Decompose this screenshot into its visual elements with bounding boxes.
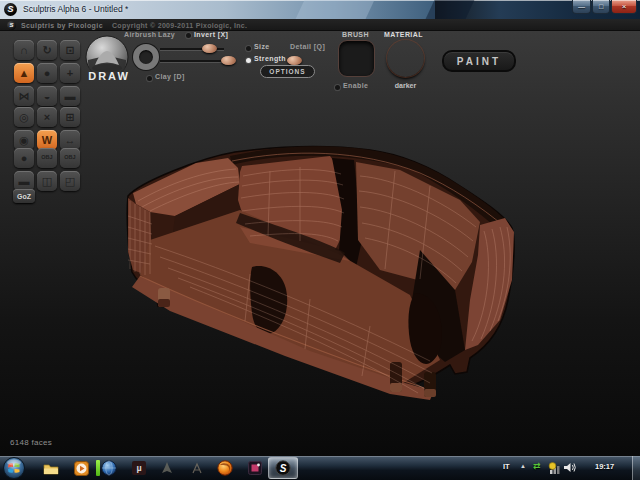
brush-texture-swatch[interactable] [338, 40, 375, 77]
window-title: Sculptris Alpha 6 - Untitled * [23, 4, 128, 14]
clay-toggle[interactable]: Clay [D] [155, 73, 185, 80]
new-plane-button[interactable]: ▬ [14, 171, 34, 191]
media-app-icon [248, 461, 262, 475]
hidden-icons-button[interactable]: ▲ [520, 463, 526, 469]
enable-label: Enable [343, 82, 368, 89]
crease-tool[interactable]: ∩ [14, 40, 34, 60]
utorrent-taskbar-button[interactable]: µ [126, 457, 152, 479]
goz-button[interactable]: GoZ [13, 189, 35, 203]
sculptris-logo-icon: S [7, 21, 16, 30]
copyright-text: Copyright © 2009-2011 Pixologic, Inc. [112, 22, 247, 29]
active-brush-name: DRAW [84, 70, 134, 82]
minimize-button[interactable]: — [572, 0, 591, 14]
media-app-taskbar-button[interactable] [242, 457, 268, 479]
firefox-icon [217, 460, 233, 476]
globe-icon [101, 460, 117, 476]
face-count-status: 6148 faces [10, 438, 52, 447]
flatten-tool[interactable]: ▬ [60, 86, 80, 106]
reduce-brush-tool[interactable]: ◎ [14, 107, 34, 127]
svg-text:S: S [280, 463, 287, 474]
material-mode-label: darker [387, 82, 424, 89]
app-taskbar-button-2[interactable] [184, 457, 210, 479]
rotate-tool[interactable]: ↻ [37, 40, 57, 60]
options-button[interactable]: OPTIONS [260, 65, 315, 78]
clock[interactable]: 19:17 [595, 462, 614, 471]
sculptris-taskbar-button[interactable]: S [268, 457, 298, 479]
scale-tool[interactable]: ⊡ [60, 40, 80, 60]
export-obj-button[interactable]: OBJ [60, 148, 80, 168]
couch-model [0, 31, 640, 456]
invert-toggle[interactable]: Invert [X] [194, 31, 228, 38]
aero-glass-streak-dark [426, 0, 475, 19]
import-obj-button[interactable]: OBJ [37, 148, 57, 168]
network-tray-icon[interactable] [548, 461, 562, 475]
app-icon-dark-2 [190, 461, 204, 475]
wireframe-toggle[interactable]: W [37, 130, 57, 150]
folder-icon [43, 462, 59, 475]
firefox-taskbar-button[interactable] [212, 457, 238, 479]
app-logo-icon: S [4, 3, 17, 16]
app-taskbar-button-1[interactable] [154, 457, 180, 479]
model-viewport[interactable] [0, 31, 640, 456]
material-section-label: MATERIAL [384, 31, 423, 38]
start-button[interactable] [3, 457, 25, 479]
size-slider-handle[interactable] [202, 44, 217, 53]
brand-text: Sculptris by Pixologic [21, 22, 103, 29]
maximize-button[interactable]: □ [592, 0, 610, 14]
play-icon [74, 461, 89, 476]
sculptris-taskbar-icon: S [275, 460, 291, 476]
sculptris-window: S Sculptris Alpha 6 - Untitled * — □ × S… [0, 0, 640, 480]
lazy-toggle[interactable]: Lazy [158, 31, 175, 38]
close-button[interactable]: × [611, 0, 637, 14]
size-radio[interactable] [246, 46, 251, 51]
mask-tool[interactable]: ◉ [14, 130, 34, 150]
strength-radio[interactable] [246, 58, 251, 63]
media-player-taskbar-button[interactable] [68, 457, 94, 479]
download-progress-indicator [96, 460, 100, 476]
subdivide-all-tool[interactable]: ⊞ [60, 107, 80, 127]
open-button[interactable]: ◫ [37, 171, 57, 191]
reduce-selected-tool[interactable]: × [37, 107, 57, 127]
detail-label: Detail [Q] [290, 43, 325, 50]
draw-tool[interactable]: ▲ [14, 63, 34, 83]
airbrush-toggle[interactable]: Airbrush [124, 31, 156, 38]
inflate-tool[interactable]: ● [37, 63, 57, 83]
clay-radio[interactable] [147, 76, 152, 81]
language-indicator[interactable]: IT [503, 462, 510, 471]
aero-glass-streak [296, 0, 375, 19]
volume-tray-icon[interactable] [563, 461, 577, 474]
detail-slider-handle[interactable] [287, 56, 302, 65]
utorrent-icon: µ [132, 461, 146, 475]
explorer-taskbar-button[interactable] [38, 457, 64, 479]
sync-tray-icon[interactable]: ⇄ [533, 461, 541, 471]
save-button[interactable]: ◰ [60, 171, 80, 191]
material-sphere[interactable] [387, 40, 424, 77]
show-desktop-button[interactable] [632, 456, 640, 480]
browser-taskbar-button[interactable] [96, 457, 122, 479]
brush-section-label: BRUSH [342, 31, 369, 38]
symmetry-toggle[interactable]: ↔ [60, 130, 80, 150]
brush-falloff-ring[interactable] [133, 44, 159, 70]
pinch-tool[interactable]: ⋈ [14, 86, 34, 106]
new-sphere-button[interactable]: ● [14, 148, 34, 168]
strength-label: Strength [254, 55, 286, 62]
invert-radio[interactable] [186, 33, 191, 38]
paint-mode-button[interactable]: PAINT [442, 50, 516, 72]
app-icon-dark-1 [160, 461, 174, 475]
grab-tool[interactable]: + [60, 63, 80, 83]
smooth-tool[interactable]: ◒ [37, 86, 57, 106]
enable-radio[interactable] [335, 85, 340, 90]
size-label: Size [254, 43, 270, 50]
strength-slider-handle[interactable] [221, 56, 236, 65]
